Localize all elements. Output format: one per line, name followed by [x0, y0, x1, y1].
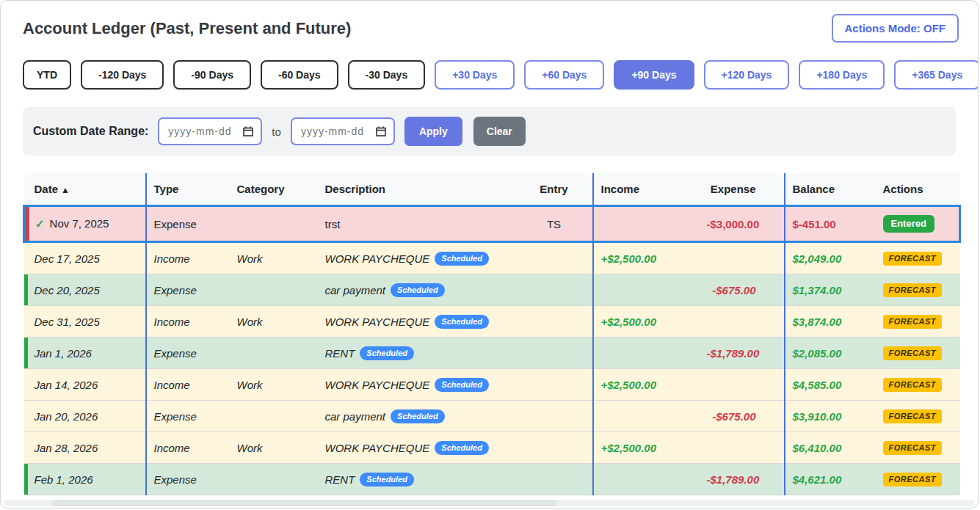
cell-expense	[700, 242, 785, 274]
cell-balance: $4,621.00	[785, 464, 876, 495]
forecast-badge: FORECAST	[883, 441, 943, 455]
range-button-minus-60-days[interactable]: -60 Days	[261, 60, 338, 90]
scheduled-badge: Scheduled	[435, 252, 489, 266]
cell-description: RENT	[325, 347, 355, 360]
cell-balance: $-451.00	[785, 206, 876, 242]
range-button-minus-30-days[interactable]: -30 Days	[348, 60, 426, 90]
cell-income	[593, 401, 700, 432]
cell-balance: $2,085.00	[785, 338, 876, 369]
custom-date-range-bar: Custom Date Range: to Apply Clear	[23, 107, 956, 156]
cell-date: Jan 1, 2026	[24, 338, 146, 369]
table-row-selected[interactable]: ✓Nov 7, 2025 Expense trst TS -$3,000.00 …	[24, 206, 960, 242]
horizontal-scrollbar-thumb[interactable]	[52, 500, 557, 506]
table-row[interactable]: Jan 28, 2026 Income Work WORK PAYCHEQUES…	[24, 432, 960, 464]
cell-balance: $1,374.00	[785, 274, 876, 306]
forecast-badge: FORECAST	[883, 473, 943, 487]
clear-button[interactable]: Clear	[473, 117, 526, 146]
cell-description: WORK PAYCHEQUE	[325, 442, 430, 454]
cell-date: Dec 17, 2025	[24, 242, 146, 274]
table-row[interactable]: Jan 1, 2026 Expense RENTScheduled -$1,78…	[24, 338, 960, 369]
cell-expense	[700, 369, 785, 401]
end-date-field[interactable]	[291, 117, 395, 145]
cell-category	[230, 274, 318, 306]
cell-category	[230, 464, 318, 495]
range-button-minus-120-days[interactable]: -120 Days	[81, 60, 164, 90]
cell-income: +$2,500.00	[593, 432, 700, 464]
range-button-ytd[interactable]: YTD	[23, 60, 71, 90]
cell-category	[230, 206, 318, 242]
scheduled-badge: Scheduled	[391, 283, 445, 297]
end-date-input[interactable]	[300, 125, 373, 138]
cell-category: Work	[230, 242, 318, 274]
scheduled-badge: Scheduled	[360, 473, 414, 487]
table-row[interactable]: Feb 1, 2026 Expense RENTScheduled -$1,78…	[24, 464, 960, 495]
page-title: Account Ledger (Past, Present and Future…	[23, 19, 351, 38]
cell-income	[593, 274, 700, 306]
forecast-badge: FORECAST	[883, 283, 943, 297]
cell-description: WORK PAYCHEQUE	[325, 316, 430, 328]
cell-description: car payment	[325, 410, 386, 423]
range-button-plus-180-days[interactable]: +180 Days	[799, 60, 885, 90]
scheduled-badge: Scheduled	[435, 315, 489, 329]
cell-balance: $3,910.00	[785, 401, 876, 432]
cell-description: car payment	[325, 284, 386, 296]
range-button-plus-365-days[interactable]: +365 Days	[894, 60, 979, 90]
cell-expense: -$1,789.00	[700, 338, 785, 369]
custom-date-range-label: Custom Date Range:	[33, 125, 148, 138]
cell-income	[593, 206, 700, 242]
forecast-badge: FORECAST	[883, 409, 943, 423]
start-date-input[interactable]	[167, 125, 240, 138]
cell-type: Expense	[146, 464, 230, 495]
page-header: Account Ledger (Past, Present and Future…	[1, 1, 978, 43]
column-header-date[interactable]: Date▲	[24, 173, 146, 206]
column-header-income: Income	[593, 173, 700, 206]
range-button-plus-30-days[interactable]: +30 Days	[435, 60, 515, 90]
cell-income: +$2,500.00	[593, 242, 700, 274]
cell-entry	[516, 242, 593, 274]
forecast-badge: FORECAST	[883, 315, 943, 329]
account-ledger-page: Account Ledger (Past, Present and Future…	[0, 0, 979, 509]
cell-type: Income	[146, 369, 230, 401]
forecast-badge: FORECAST	[883, 378, 943, 392]
table-row[interactable]: Dec 17, 2025 Income Work WORK PAYCHEQUES…	[24, 242, 960, 274]
ledger-table: Date▲ Type Category Description Entry In…	[23, 173, 961, 495]
sort-asc-icon: ▲	[61, 185, 70, 195]
table-row[interactable]: Dec 20, 2025 Expense car paymentSchedule…	[24, 274, 960, 306]
cell-expense: -$3,000.00	[700, 206, 785, 242]
cell-type: Expense	[146, 274, 230, 306]
actions-mode-toggle-button[interactable]: Actions Mode: OFF	[832, 14, 959, 43]
calendar-icon[interactable]	[376, 126, 386, 136]
cell-entry: TS	[516, 206, 593, 242]
entered-check-icon: ✓	[35, 217, 45, 230]
scheduled-badge: Scheduled	[391, 409, 445, 423]
range-button-plus-60-days[interactable]: +60 Days	[524, 60, 604, 90]
calendar-icon[interactable]	[243, 126, 253, 136]
cell-date: Jan 14, 2026	[24, 369, 146, 401]
cell-expense: -$1,789.00	[700, 464, 785, 495]
scheduled-badge: Scheduled	[360, 346, 414, 360]
apply-button[interactable]: Apply	[404, 117, 462, 146]
table-header-row: Date▲ Type Category Description Entry In…	[24, 173, 960, 206]
range-button-plus-120-days[interactable]: +120 Days	[704, 60, 790, 90]
cell-category: Work	[230, 306, 318, 338]
cell-expense	[700, 306, 785, 338]
cell-balance: $3,874.00	[785, 306, 876, 338]
cell-entry	[516, 306, 593, 338]
cell-entry	[516, 369, 593, 401]
column-header-category: Category	[230, 173, 318, 206]
range-button-minus-90-days[interactable]: -90 Days	[173, 60, 251, 90]
range-button-plus-90-days-selected[interactable]: +90 Days	[614, 60, 694, 90]
scheduled-badge: Scheduled	[435, 378, 489, 392]
cell-type: Expense	[146, 401, 230, 432]
table-row[interactable]: Jan 14, 2026 Income Work WORK PAYCHEQUES…	[24, 369, 960, 401]
table-row[interactable]: Dec 31, 2025 Income Work WORK PAYCHEQUES…	[24, 306, 960, 338]
cell-entry	[516, 432, 593, 464]
column-header-balance: Balance	[785, 173, 876, 206]
horizontal-scrollbar[interactable]	[4, 500, 975, 506]
start-date-field[interactable]	[158, 117, 262, 145]
cell-balance: $6,410.00	[785, 432, 876, 464]
table-row[interactable]: Jan 20, 2026 Expense car paymentSchedule…	[24, 401, 960, 432]
cell-entry	[516, 274, 593, 306]
entered-badge: Entered	[883, 215, 934, 233]
cell-entry	[516, 464, 593, 495]
